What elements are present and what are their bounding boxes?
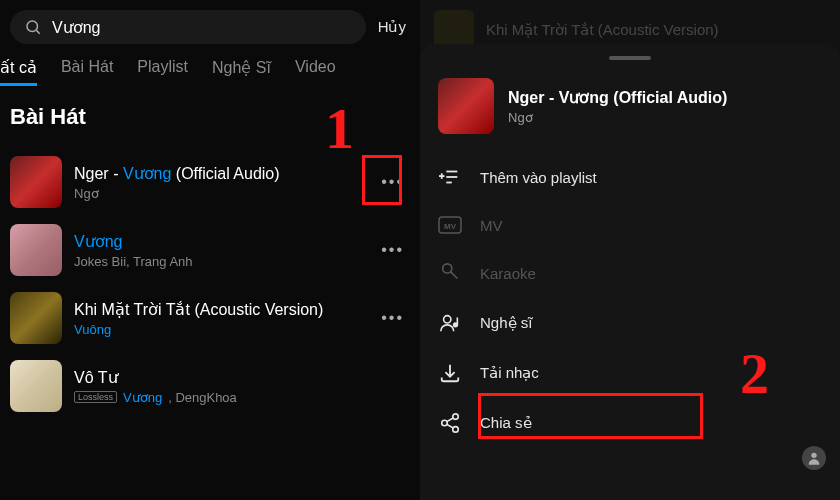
lossless-badge: Lossless [74,391,117,403]
svg-point-0 [27,21,38,32]
svg-line-10 [450,272,457,279]
svg-point-11 [444,316,451,323]
song-action-sheet-screen: Khi Mặt Trời Tắt (Acoustic Version) Nger… [420,0,840,500]
song-title-highlight: Vương [74,233,122,250]
song-title-highlight: Vương [123,165,171,182]
svg-line-18 [447,418,453,422]
tab-songs[interactable]: Bài Hát [61,58,113,86]
svg-point-16 [442,420,448,426]
song-row[interactable]: Vương Jokes Bii, Trang Anh ••• [0,216,420,284]
song-info: Vương Jokes Bii, Trang Anh [74,232,363,269]
menu-item-label: Nghệ sĩ [480,314,532,332]
song-more-button[interactable]: ••• [375,167,410,197]
song-row[interactable]: Khi Mặt Trời Tắt (Acoustic Version) Vuôn… [0,284,420,352]
tab-video[interactable]: Video [295,58,336,86]
song-artist-post: , DengKhoa [168,390,237,405]
menu-item-label: Karaoke [480,265,536,282]
menu-item-karaoke: Karaoke [420,248,840,298]
download-icon [438,362,462,384]
song-title: Nger - Vương (Official Audio) [74,164,363,183]
svg-point-20 [811,453,816,458]
menu-item-label: Chia sẻ [480,414,532,432]
menu-item-label: MV [480,217,503,234]
menu-item-label: Tải nhạc [480,364,539,382]
song-info: Khi Mặt Trời Tắt (Acoustic Version) Vuôn… [74,300,363,337]
search-box[interactable] [10,10,366,44]
menu-item-share[interactable]: Chia sẻ [420,398,840,448]
search-input[interactable] [52,18,352,36]
menu-item-label: Thêm vào playlist [480,169,597,186]
search-bar-row: Hủy [0,0,420,52]
sheet-song-info: Nger - Vương (Official Audio) Ngơ [508,88,727,125]
artist-icon [438,312,462,334]
song-artist-highlight: Vương [123,390,162,405]
profile-avatar[interactable] [802,446,826,470]
song-more-button[interactable]: ••• [375,303,410,333]
search-icon [24,18,42,36]
playlist-add-icon [438,166,462,188]
svg-point-17 [453,427,459,433]
song-title-post: (Official Audio) [171,165,279,182]
song-title-pre: Nger - [74,165,123,182]
song-thumbnail [10,292,62,344]
song-thumbnail [10,224,62,276]
song-artist-highlight: Vuông [74,322,111,337]
menu-item-artist[interactable]: Nghệ sĩ [420,298,840,348]
section-title-songs: Bài Hát [10,104,420,130]
song-artist: Jokes Bii, Trang Anh [74,254,363,269]
sheet-header: Nger - Vương (Official Audio) Ngơ [420,70,840,152]
svg-line-19 [447,424,453,428]
song-artist: Lossless Vương, DengKhoa [74,390,410,405]
song-title: Vô Tư [74,368,410,387]
song-thumbnail [10,360,62,412]
mv-icon: MV [438,216,462,234]
song-row[interactable]: Nger - Vương (Official Audio) Ngơ ••• [0,148,420,216]
menu-item-download[interactable]: Tải nhạc [420,348,840,398]
tab-artist[interactable]: Nghệ Sĩ [212,58,271,86]
song-artist: Ngơ [74,186,363,201]
menu-item-add-to-playlist[interactable]: Thêm vào playlist [420,152,840,202]
bottom-sheet: Nger - Vương (Official Audio) Ngơ Thêm v… [420,44,840,500]
song-info: Vô Tư Lossless Vương, DengKhoa [74,368,410,405]
svg-text:MV: MV [444,222,457,231]
sheet-song-thumbnail [438,78,494,134]
song-thumbnail [10,156,62,208]
search-results-screen: Hủy ất cả Bài Hát Playlist Nghệ Sĩ Video… [0,0,420,500]
svg-line-1 [36,30,39,33]
sheet-handle[interactable] [609,56,651,60]
bg-song-title: Khi Mặt Trời Tắt (Acoustic Version) [486,21,719,39]
sheet-song-artist: Ngơ [508,110,727,125]
song-title: Khi Mặt Trời Tắt (Acoustic Version) [74,300,363,319]
share-icon [438,412,462,434]
song-more-button[interactable]: ••• [375,235,410,265]
song-artist: Vuông [74,322,363,337]
song-row[interactable]: Vô Tư Lossless Vương, DengKhoa [0,352,420,420]
menu-item-mv: MV MV [420,202,840,248]
sheet-song-title: Nger - Vương (Official Audio) [508,88,727,107]
song-title: Vương [74,232,363,251]
filter-tabs: ất cả Bài Hát Playlist Nghệ Sĩ Video [0,52,420,86]
song-info: Nger - Vương (Official Audio) Ngơ [74,164,363,201]
karaoke-icon [438,262,462,284]
search-cancel-button[interactable]: Hủy [378,18,406,36]
tab-playlist[interactable]: Playlist [137,58,188,86]
svg-point-15 [453,414,459,420]
tab-all[interactable]: ất cả [0,58,37,86]
